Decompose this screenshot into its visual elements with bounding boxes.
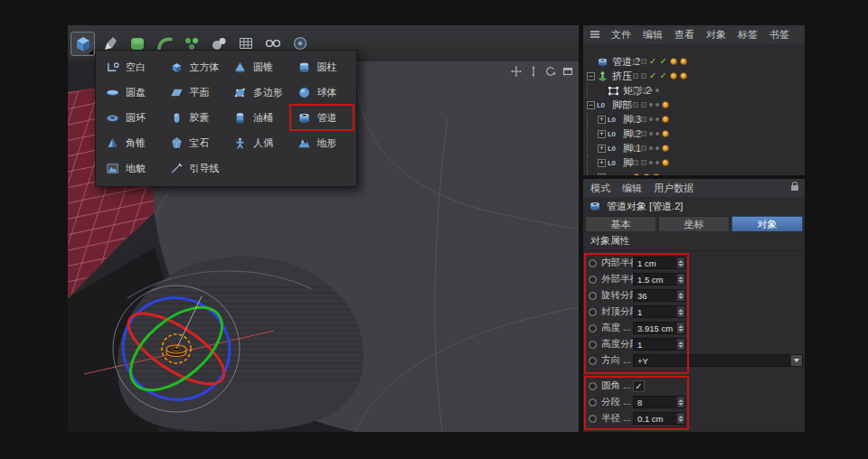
layer-square-icon[interactable] — [641, 160, 646, 165]
keyframe-radio-icon[interactable] — [589, 308, 597, 316]
tab-coordinates[interactable]: 坐标 — [658, 216, 730, 231]
panel-menu-icon[interactable] — [590, 31, 599, 38]
inner-radius-field[interactable]: 1 cm — [633, 257, 685, 269]
expand-icon[interactable]: + — [598, 145, 606, 153]
cap-segments-field[interactable]: 1 — [633, 305, 685, 318]
layer-square-icon[interactable] — [633, 145, 638, 151]
spinner-icon[interactable] — [676, 397, 684, 407]
visibility-dot-icon[interactable] — [656, 103, 659, 107]
keyframe-radio-icon[interactable] — [589, 357, 597, 365]
toggle-view-icon[interactable] — [562, 66, 573, 77]
spinner-icon[interactable] — [676, 413, 684, 424]
layer-square-icon[interactable] — [633, 73, 638, 79]
tag-icon[interactable] — [680, 58, 687, 65]
menu-item-torus[interactable]: 圆环 — [99, 105, 163, 130]
layer-square-icon[interactable] — [641, 131, 646, 136]
keyframe-radio-icon[interactable] — [589, 415, 597, 423]
menu-item-oiltank[interactable]: 油桶 — [226, 105, 290, 130]
rotate-icon[interactable] — [545, 66, 556, 77]
menu-item-figure[interactable]: 人偶 — [226, 130, 290, 155]
tag-icon[interactable] — [662, 101, 669, 108]
keyframe-radio-icon[interactable] — [589, 292, 597, 300]
om-menu-bookmarks[interactable]: 书签 — [769, 28, 789, 42]
am-menu-mode[interactable]: 模式 — [590, 182, 610, 195]
enable-check-icon[interactable]: ✓ — [659, 71, 666, 80]
visibility-dot-icon[interactable] — [649, 117, 653, 121]
layer-square-icon[interactable] — [641, 73, 646, 79]
collapse-icon[interactable]: − — [587, 101, 595, 109]
visibility-dot-icon[interactable] — [656, 117, 659, 121]
layer-square-icon[interactable] — [633, 160, 638, 165]
om-menu-file[interactable]: 文件 — [611, 28, 631, 42]
spinner-icon[interactable] — [676, 274, 684, 285]
tree-item-toggles[interactable] — [633, 126, 669, 141]
tree-item-foot3[interactable]: + 脚.3 — [583, 112, 805, 126]
tree-item-toggles[interactable] — [633, 98, 669, 112]
om-menu-tags[interactable]: 标签 — [738, 28, 758, 42]
spinner-icon[interactable] — [676, 258, 684, 268]
enable-check-icon[interactable]: ✓ — [659, 57, 666, 66]
tag-icon[interactable] — [662, 116, 669, 123]
fillet-radius-field[interactable]: 0.1 cm — [633, 412, 685, 425]
tree-item-foot[interactable]: + 脚 — [583, 155, 805, 170]
keyframe-radio-icon[interactable] — [589, 259, 597, 267]
tree-item-rectangle2[interactable]: 矩形.2 — [583, 83, 805, 98]
menu-item-polygon[interactable]: 多边形 — [226, 80, 290, 105]
tag-icon[interactable] — [670, 72, 677, 80]
menu-item-pyramid[interactable]: 角锥 — [99, 130, 163, 155]
tab-object[interactable]: 对象 — [731, 216, 803, 231]
menu-item-cylinder[interactable]: 圆柱 — [290, 54, 354, 80]
fillet-checkbox[interactable]: ✓ — [633, 380, 645, 392]
height-field[interactable]: 3.915 cm — [633, 322, 685, 334]
pan-icon[interactable] — [511, 66, 522, 77]
menu-item-null[interactable]: 空白 — [99, 54, 163, 80]
tree-item-foot2[interactable]: + 脚.2 — [583, 126, 805, 141]
tag-icon[interactable] — [662, 159, 669, 166]
fillet-segments-field[interactable]: 8 — [633, 396, 685, 408]
collapse-icon[interactable]: − — [587, 72, 595, 80]
tree-item-toggles[interactable]: ✓✓ — [633, 69, 687, 83]
tree-item-foot-group[interactable]: − 脚部 — [583, 98, 805, 112]
menu-item-gem[interactable]: 宝石 — [163, 130, 227, 155]
tag-icon[interactable] — [670, 58, 677, 65]
orientation-dropdown[interactable]: +Y — [633, 354, 803, 367]
am-menu-userdata[interactable]: 用户数据 — [654, 182, 693, 195]
om-menu-object[interactable]: 对象 — [706, 28, 726, 42]
tree-item-foot1[interactable]: + 脚.1 — [583, 141, 805, 155]
tree-item-toggles[interactable] — [633, 112, 669, 126]
visibility-dot-icon[interactable] — [656, 89, 659, 92]
spinner-icon[interactable] — [676, 306, 684, 317]
menu-item-cube[interactable]: 立方体 — [163, 54, 227, 80]
tag-icon[interactable] — [680, 72, 687, 80]
menu-item-tube[interactable]: 管道 — [290, 105, 354, 130]
tube-object[interactable] — [166, 345, 186, 357]
menu-item-plane[interactable]: 平面 — [163, 80, 227, 105]
tag-icon[interactable] — [662, 145, 669, 152]
om-menu-edit[interactable]: 编辑 — [643, 28, 663, 42]
expand-icon[interactable]: + — [598, 159, 606, 167]
spinner-icon[interactable] — [676, 290, 684, 301]
layer-square-icon[interactable] — [633, 131, 638, 136]
lock-icon[interactable] — [791, 185, 798, 191]
spinner-icon[interactable] — [676, 323, 684, 333]
chevron-down-icon[interactable] — [790, 355, 802, 366]
menu-item-capsule[interactable]: 胶囊 — [163, 105, 227, 130]
visibility-dot-icon[interactable] — [649, 89, 653, 92]
layer-square-icon[interactable] — [633, 59, 638, 64]
expand-icon[interactable]: + — [598, 116, 606, 124]
layer-square-icon[interactable] — [641, 145, 646, 151]
tree-item-toggles[interactable] — [633, 83, 659, 98]
menu-item-cone[interactable]: 圆锥 — [226, 54, 290, 80]
keyframe-radio-icon[interactable] — [589, 382, 597, 390]
visibility-dot-icon[interactable] — [656, 161, 659, 164]
enable-check-icon[interactable]: ✓ — [649, 71, 656, 80]
height-segments-field[interactable]: 1 — [633, 338, 685, 351]
layer-square-icon[interactable] — [641, 88, 646, 93]
tab-basic[interactable]: 基本 — [585, 216, 656, 231]
visibility-dot-icon[interactable] — [649, 161, 653, 164]
layer-square-icon[interactable] — [633, 117, 638, 122]
tree-item-tube2[interactable]: 管道.2 ✓✓ — [583, 54, 805, 69]
keyframe-radio-icon[interactable] — [589, 341, 597, 349]
menu-item-sphere[interactable]: 球体 — [290, 80, 354, 105]
layer-square-icon[interactable] — [633, 88, 638, 93]
